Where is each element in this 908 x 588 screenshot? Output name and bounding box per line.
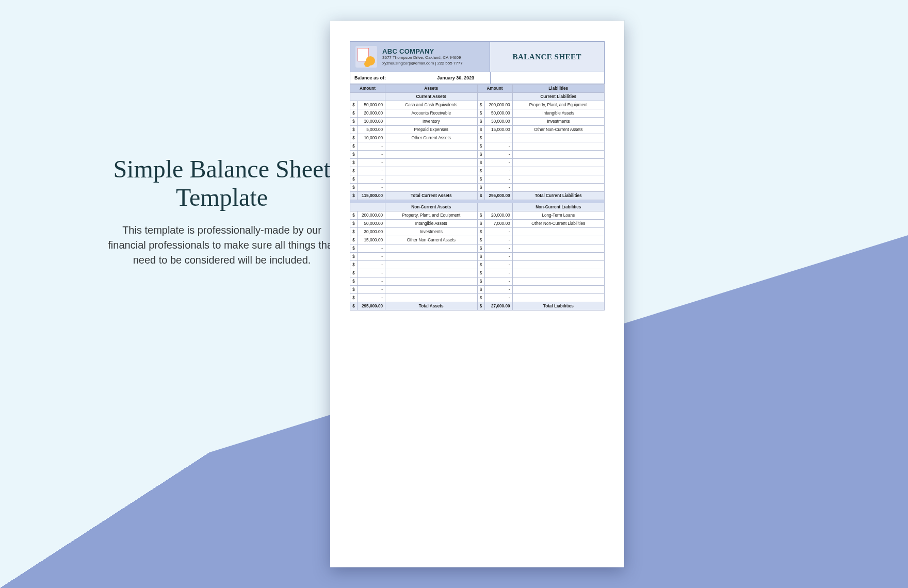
currency-cell: $ bbox=[350, 228, 358, 236]
total-amount: 115,000.00 bbox=[358, 192, 385, 200]
amount-cell: - bbox=[484, 151, 512, 159]
currency-cell: $ bbox=[477, 261, 484, 269]
data-row: $50,000.00Intangible Assets$7,000.00Othe… bbox=[350, 220, 605, 228]
amount-cell: 5,000.00 bbox=[358, 126, 385, 134]
currency-cell: $ bbox=[477, 142, 484, 151]
amount-cell: - bbox=[484, 228, 512, 236]
currency-cell: $ bbox=[350, 142, 358, 151]
amount-cell: - bbox=[358, 244, 385, 253]
amount-cell: 200,000.00 bbox=[484, 101, 512, 109]
data-row: $-$- bbox=[350, 175, 605, 184]
data-row: $-$- bbox=[350, 253, 605, 261]
amount-cell: - bbox=[484, 167, 512, 175]
hero-title: Simple Balance Sheet Template bbox=[106, 155, 338, 211]
label-cell bbox=[512, 244, 605, 253]
data-row: $-$- bbox=[350, 277, 605, 286]
amount-cell: 50,000.00 bbox=[358, 220, 385, 228]
currency-cell: $ bbox=[477, 253, 484, 261]
amount-cell: - bbox=[358, 167, 385, 175]
subhead-right: Current Liabilities bbox=[512, 93, 605, 101]
amount-cell: - bbox=[484, 286, 512, 294]
data-row: $-$- bbox=[350, 142, 605, 151]
label-cell: Accounts Receivable bbox=[385, 109, 478, 118]
amount-cell: 20,000.00 bbox=[484, 211, 512, 220]
balance-asof-value: January 30, 2023 bbox=[421, 72, 490, 84]
data-row: $-$- bbox=[350, 269, 605, 277]
label-cell: Investments bbox=[512, 118, 605, 126]
label-cell: Intangible Assets bbox=[512, 109, 605, 118]
label-cell bbox=[512, 228, 605, 236]
data-row: $-$- bbox=[350, 184, 605, 192]
amount-cell: 50,000.00 bbox=[358, 101, 385, 109]
amount-cell: 7,000.00 bbox=[484, 220, 512, 228]
amount-cell: - bbox=[358, 159, 385, 167]
currency-cell: $ bbox=[350, 236, 358, 244]
data-row: $-$- bbox=[350, 261, 605, 269]
company-logo-icon bbox=[355, 46, 377, 68]
currency-cell: $ bbox=[350, 118, 358, 126]
currency-cell: $ bbox=[477, 175, 484, 184]
total-row: $115,000.00Total Current Assets$295,000.… bbox=[350, 192, 605, 200]
currency-cell: $ bbox=[350, 134, 358, 142]
label-cell: Property, Plant, and Equipment bbox=[385, 211, 478, 220]
currency-cell: $ bbox=[350, 126, 358, 134]
label-cell bbox=[512, 253, 605, 261]
amount-cell: - bbox=[484, 142, 512, 151]
currency-cell: $ bbox=[477, 101, 484, 109]
label-cell bbox=[385, 167, 478, 175]
balance-sheet-table: Amount Assets Amount Liabilities Current… bbox=[350, 84, 605, 311]
amount-cell: - bbox=[358, 269, 385, 277]
amount-cell: - bbox=[484, 236, 512, 244]
data-row: $50,000.00Cash and Cash Equivalents$200,… bbox=[350, 101, 605, 109]
amount-cell: 15,000.00 bbox=[484, 126, 512, 134]
section-subheader: Current AssetsCurrent Liabilities bbox=[350, 93, 605, 101]
currency-cell: $ bbox=[350, 109, 358, 118]
total-label: Total Assets bbox=[385, 302, 478, 311]
currency-cell: $ bbox=[350, 159, 358, 167]
company-address: 3677 Thompson Drive, Oakland, CA 94609 bbox=[382, 55, 463, 60]
label-cell bbox=[385, 286, 478, 294]
data-row: $-$- bbox=[350, 167, 605, 175]
currency-cell: $ bbox=[350, 277, 358, 286]
amount-cell: 30,000.00 bbox=[358, 118, 385, 126]
currency-cell: $ bbox=[477, 151, 484, 159]
company-contact: xyzhousingcorp@email.com | 222 555 7777 bbox=[382, 61, 463, 66]
label-cell bbox=[385, 277, 478, 286]
currency-cell: $ bbox=[350, 184, 358, 192]
currency-cell: $ bbox=[477, 126, 484, 134]
doc-header-left: ABC COMPANY 3677 Thompson Drive, Oakland… bbox=[350, 42, 490, 72]
currency-cell: $ bbox=[477, 236, 484, 244]
label-cell bbox=[512, 294, 605, 302]
amount-cell: 30,000.00 bbox=[358, 228, 385, 236]
currency-cell: $ bbox=[350, 101, 358, 109]
amount-cell: - bbox=[358, 151, 385, 159]
label-cell bbox=[512, 142, 605, 151]
amount-cell: - bbox=[484, 294, 512, 302]
subhead-left: Current Assets bbox=[385, 93, 478, 101]
amount-cell: - bbox=[358, 253, 385, 261]
currency-cell: $ bbox=[350, 294, 358, 302]
currency-cell: $ bbox=[477, 192, 484, 200]
amount-cell: - bbox=[484, 269, 512, 277]
currency-cell: $ bbox=[477, 159, 484, 167]
label-cell bbox=[385, 142, 478, 151]
amount-cell: 30,000.00 bbox=[484, 118, 512, 126]
label-cell bbox=[385, 261, 478, 269]
label-cell bbox=[385, 184, 478, 192]
label-cell bbox=[385, 244, 478, 253]
label-cell bbox=[512, 159, 605, 167]
amount-cell: - bbox=[358, 175, 385, 184]
currency-cell: $ bbox=[477, 220, 484, 228]
amount-cell: 10,000.00 bbox=[358, 134, 385, 142]
currency-cell: $ bbox=[477, 228, 484, 236]
amount-cell: - bbox=[484, 159, 512, 167]
total-label: Total Current Liabilities bbox=[512, 192, 605, 200]
col-liabilities: Liabilities bbox=[512, 85, 605, 93]
label-cell bbox=[385, 269, 478, 277]
label-cell bbox=[512, 236, 605, 244]
label-cell bbox=[512, 261, 605, 269]
document-preview: ABC COMPANY 3677 Thompson Drive, Oakland… bbox=[330, 21, 624, 567]
label-cell: Investments bbox=[385, 228, 478, 236]
currency-cell: $ bbox=[350, 269, 358, 277]
label-cell bbox=[512, 286, 605, 294]
